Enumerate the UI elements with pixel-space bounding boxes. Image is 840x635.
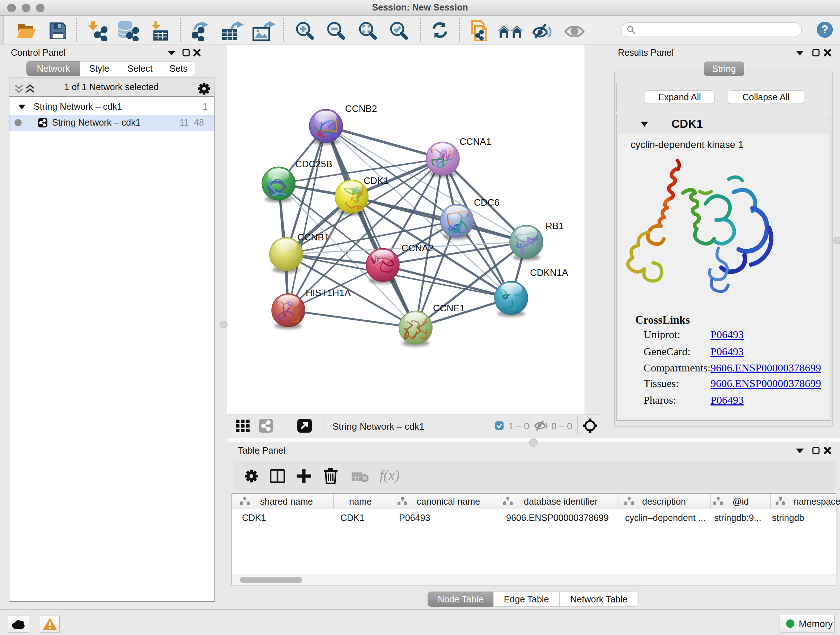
svg-text:CCNB2: CCNB2 xyxy=(345,103,377,114)
svg-text:CCNB1: CCNB1 xyxy=(297,232,329,242)
svg-text:CDK1: CDK1 xyxy=(363,175,388,186)
svg-text:CCNE1: CCNE1 xyxy=(433,302,465,314)
svg-text:RB1: RB1 xyxy=(546,220,564,231)
svg-text:CDKN1A: CDKN1A xyxy=(530,267,568,278)
svg-text:CDC6: CDC6 xyxy=(474,197,500,208)
svg-text:CDC25B: CDC25B xyxy=(295,158,332,169)
svg-text:CCNA2: CCNA2 xyxy=(401,242,433,253)
svg-text:HIST1H1A: HIST1H1A xyxy=(306,287,351,298)
svg-text:CCNA1: CCNA1 xyxy=(459,136,491,147)
